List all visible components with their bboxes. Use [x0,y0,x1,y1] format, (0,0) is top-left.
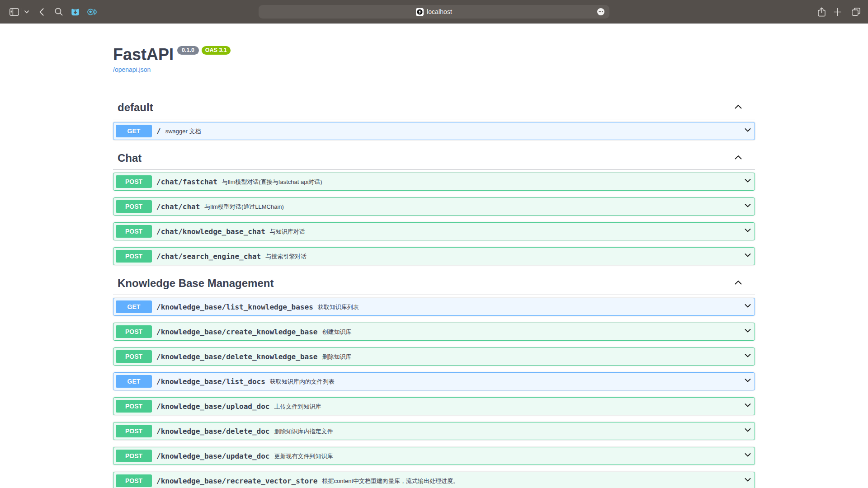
method-badge: POST [116,250,152,263]
tab-overview-icon[interactable] [852,8,860,16]
url-text: localhost [427,8,452,15]
collapse-section-icon[interactable] [734,153,743,164]
operation-description: 获取知识库内的文件列表 [270,377,743,386]
operation-path: /knowledge_base/delete_knowledge_base [156,352,317,361]
expand-operation-icon[interactable] [743,326,752,337]
operation-row: GET /knowledge_base/list_docs 获取知识库内的文件列… [113,372,755,390]
toolbar-right-group [818,0,868,23]
operation-summary[interactable]: GET /knowledge_base/list_knowledge_bases… [113,298,755,315]
operation-description: 与知识库对话 [270,227,743,236]
search-icon[interactable] [55,8,63,16]
expand-operation-icon[interactable] [743,301,752,312]
operations-list: POST /chat/fastchat 与llm模型对话(直接与fastchat… [113,173,755,265]
operation-path: /knowledge_base/delete_doc [156,427,269,436]
operation-summary[interactable]: POST /knowledge_base/delete_doc 删除知识库内指定… [113,422,755,440]
swagger-page: FastAPI 0.1.0 OAS 3.1 /openapi.json defa… [0,23,868,488]
tag-title: default [118,101,153,114]
method-badge: GET [116,125,152,137]
api-info: FastAPI 0.1.0 OAS 3.1 /openapi.json [113,23,755,74]
operation-row: GET /knowledge_base/list_knowledge_bases… [113,298,755,316]
expand-operation-icon[interactable] [743,351,752,362]
operation-summary[interactable]: POST /knowledge_base/update_doc 更新现有文件到知… [113,447,755,465]
operation-description: swagger 文档 [165,127,743,136]
expand-operation-icon[interactable] [743,176,752,187]
operation-description: 根据content中文档重建向量库，流式输出处理进度。 [322,477,743,485]
operation-summary[interactable]: POST /knowledge_base/create_knowledge_ba… [113,323,755,340]
operation-path: / [156,127,161,136]
address-bar[interactable]: localhost [259,5,609,19]
operation-description: 上传文件到知识库 [274,402,743,411]
operation-summary[interactable]: POST /chat/knowledge_base_chat 与知识库对话 [113,223,755,240]
sidebar-chevron-down-icon[interactable] [24,10,29,14]
operation-summary[interactable]: POST /chat/chat 与llm模型对话(通过LLMChain) [113,198,755,215]
operation-row: POST /chat/search_engine_chat 与搜索引擎对话 [113,247,755,265]
operation-path: /knowledge_base/upload_doc [156,402,269,411]
tag-header[interactable]: Knowledge Base Management [113,272,755,295]
toolbar-separator [22,8,22,16]
page-menu-icon[interactable] [597,8,604,15]
expand-operation-icon[interactable] [743,475,752,486]
operation-description: 获取知识库列表 [318,303,743,311]
operation-description: 与llm模型对话(通过LLMChain) [204,202,743,211]
expand-operation-icon[interactable] [743,251,752,262]
operation-description: 删除知识库 [322,352,743,361]
expand-operation-icon[interactable] [743,401,752,412]
method-badge: POST [116,450,152,462]
sidebar-toggle-icon[interactable] [9,8,19,16]
operation-description: 创建知识库 [322,328,743,336]
tag-title: Chat [118,151,142,165]
method-badge: POST [116,425,152,437]
method-badge: POST [116,200,152,213]
tag-section-chat: Chat POST /chat/fastchat 与llm模型对话(直接与fas… [113,147,755,265]
method-badge: GET [116,375,152,388]
operation-summary[interactable]: POST /chat/fastchat 与llm模型对话(直接与fastchat… [113,173,755,190]
favicon [416,8,424,16]
operation-summary[interactable]: POST /knowledge_base/recreate_vector_sto… [113,472,755,488]
operation-row: POST /chat/chat 与llm模型对话(通过LLMChain) [113,197,755,216]
expand-operation-icon[interactable] [743,226,752,237]
operation-description: 与llm模型对话(直接与fastchat api对话) [222,178,743,186]
share-icon[interactable] [818,7,826,17]
expand-operation-icon[interactable] [743,376,752,387]
operations-list: GET /knowledge_base/list_knowledge_bases… [113,298,755,488]
tag-section-knowledge-base-management: Knowledge Base Management GET /knowledge… [113,272,755,488]
operation-row: POST /knowledge_base/delete_doc 删除知识库内指定… [113,422,755,440]
operation-description: 更新现有文件到知识库 [274,452,743,460]
operation-row: POST /knowledge_base/recreate_vector_sto… [113,472,755,488]
operation-row: POST /knowledge_base/update_doc 更新现有文件到知… [113,447,755,465]
expand-operation-icon[interactable] [743,426,752,436]
extension-radar-icon[interactable] [87,8,97,16]
method-badge: POST [116,325,152,338]
expand-operation-icon[interactable] [743,450,752,461]
operation-summary[interactable]: GET /knowledge_base/list_docs 获取知识库内的文件列… [113,373,755,390]
collapse-section-icon[interactable] [734,102,743,113]
expand-operation-icon[interactable] [743,201,752,212]
method-badge: POST [116,225,152,238]
operation-summary[interactable]: POST /knowledge_base/delete_knowledge_ba… [113,348,755,365]
operations-list: GET / swagger 文档 [113,122,755,140]
operation-description: 与搜索引擎对话 [265,252,743,261]
back-icon[interactable] [39,8,44,16]
version-badge: 0.1.0 [177,46,199,55]
openapi-json-link[interactable]: /openapi.json [113,66,151,73]
tag-title: Knowledge Base Management [118,277,274,290]
operation-path: /knowledge_base/update_doc [156,452,269,460]
collapse-section-icon[interactable] [734,278,743,289]
tag-header[interactable]: default [113,96,755,119]
operation-path: /chat/knowledge_base_chat [156,227,265,236]
extension-bookmark-icon[interactable] [71,8,80,16]
new-tab-icon[interactable] [834,8,841,16]
operation-row: POST /knowledge_base/create_knowledge_ba… [113,323,755,341]
expand-operation-icon[interactable] [743,126,752,136]
operation-row: POST /knowledge_base/delete_knowledge_ba… [113,347,755,366]
browser-toolbar: localhost [0,0,868,23]
operation-path: /knowledge_base/list_knowledge_bases [156,303,313,311]
method-badge: GET [116,300,152,313]
operation-summary[interactable]: POST /chat/search_engine_chat 与搜索引擎对话 [113,248,755,265]
operation-summary[interactable]: GET / swagger 文档 [113,122,755,140]
operation-summary[interactable]: POST /knowledge_base/upload_doc 上传文件到知识库 [113,398,755,415]
tag-header[interactable]: Chat [113,147,755,170]
operation-path: /chat/chat [156,202,200,211]
toolbar-left-group [0,0,97,23]
api-title-row: FastAPI 0.1.0 OAS 3.1 [113,45,755,64]
